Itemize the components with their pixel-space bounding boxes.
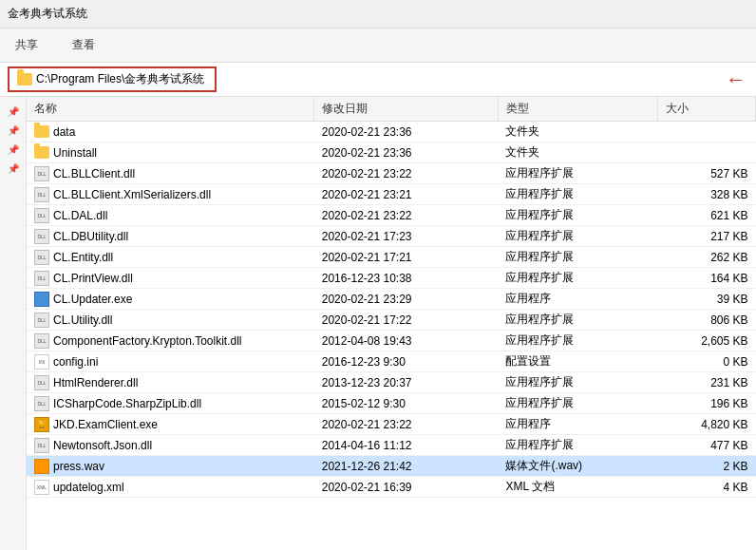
- file-type: 应用程序扩展: [498, 184, 657, 205]
- file-name-text: config.ini: [53, 355, 98, 369]
- file-date: 2013-12-23 20:37: [314, 372, 499, 393]
- address-text: C:\Program Files\金考典考试系统: [36, 71, 204, 87]
- table-row[interactable]: DLL CL.BLLClient.dll 2020-02-21 23:22 应用…: [27, 163, 756, 184]
- file-size: 621 KB: [657, 205, 755, 226]
- file-type: 应用程序扩展: [498, 435, 657, 456]
- file-name-cell: INI config.ini: [27, 351, 314, 372]
- pin-icon-4: 📌: [7, 161, 20, 175]
- table-row[interactable]: XML updatelog.xml 2020-02-21 16:39 XML 文…: [27, 477, 756, 498]
- file-name-cell: DLL CL.DAL.dll: [27, 205, 314, 226]
- address-bar-row: C:\Program Files\金考典考试系统 ←: [0, 63, 756, 97]
- file-name-text: ICSharpCode.SharpZipLib.dll: [53, 397, 201, 410]
- file-size: 477 KB: [657, 435, 755, 456]
- col-header-name[interactable]: 名称: [27, 97, 314, 122]
- file-type: 应用程序扩展: [498, 163, 657, 184]
- file-name-cell: DLL ComponentFactory.Krypton.Toolkit.dll: [27, 331, 314, 351]
- file-type: 媒体文件(.wav): [498, 456, 657, 477]
- file-date: 2021-12-26 21:42: [314, 456, 499, 477]
- file-name-text: ComponentFactory.Krypton.Toolkit.dll: [53, 334, 242, 348]
- file-type: 应用程序: [498, 414, 657, 435]
- file-name-cell: DLL CL.DBUtility.dll: [27, 226, 314, 247]
- table-row[interactable]: DLL CL.DAL.dll 2020-02-21 23:22 应用程序扩展 6…: [27, 205, 756, 226]
- file-type: 应用程序扩展: [498, 247, 657, 268]
- table-row[interactable]: CL.Updater.exe 2020-02-21 23:29 应用程序 39 …: [27, 289, 756, 310]
- file-name-text: CL.Entity.dll: [53, 251, 113, 264]
- file-name-cell: Uninstall: [27, 142, 314, 163]
- file-type: XML 文档: [498, 477, 657, 498]
- file-name-text: CL.DAL.dll: [53, 209, 107, 222]
- file-size: 0 KB: [657, 351, 755, 372]
- file-date: 2016-12-23 9:30: [314, 351, 499, 372]
- file-name-cell: DLL HtmlRenderer.dll: [27, 372, 314, 393]
- file-size: 39 KB: [657, 289, 755, 310]
- file-name-text: CL.Utility.dll: [53, 313, 112, 327]
- file-date: 2014-04-16 11:12: [314, 435, 499, 456]
- file-type: 应用程序扩展: [498, 268, 657, 289]
- title-bar-text: 金考典考试系统: [8, 6, 87, 22]
- col-header-size[interactable]: 大小: [657, 97, 755, 122]
- file-size: 328 KB: [657, 184, 755, 205]
- file-date: 2020-02-21 17:22: [314, 310, 499, 331]
- file-name-cell: XML updatelog.xml: [27, 477, 314, 498]
- file-size: 196 KB: [657, 393, 755, 414]
- file-date: 2016-12-23 10:38: [314, 268, 499, 289]
- table-row[interactable]: DLL CL.Entity.dll 2020-02-21 17:21 应用程序扩…: [27, 247, 756, 268]
- main-layout: 📌 📌 📌 📌 名称 修改日期 类型 大小 data 2020-02-21 23…: [0, 97, 756, 550]
- file-date: 2020-02-21 23:22: [314, 414, 499, 435]
- file-name-cell: DLL CL.Entity.dll: [27, 247, 314, 268]
- sidebar: 📌 📌 📌 📌: [0, 97, 27, 550]
- file-name-cell: DLL CL.Utility.dll: [27, 310, 314, 331]
- file-date: 2015-02-12 9:30: [314, 393, 499, 414]
- table-row[interactable]: DLL CL.DBUtility.dll 2020-02-21 17:23 应用…: [27, 226, 756, 247]
- table-row[interactable]: press.wav 2021-12-26 21:42 媒体文件(.wav) 2 …: [27, 456, 756, 477]
- ribbon-tab-share[interactable]: 共享: [8, 33, 46, 57]
- title-bar: 金考典考试系统: [0, 0, 756, 28]
- file-name-text: CL.PrintView.dll: [53, 272, 133, 285]
- table-row[interactable]: Uninstall 2020-02-21 23:36 文件夹: [27, 142, 756, 163]
- table-row[interactable]: DLL CL.Utility.dll 2020-02-21 17:22 应用程序…: [27, 310, 756, 331]
- file-date: 2020-02-21 23:22: [314, 163, 499, 184]
- table-row[interactable]: DLL CL.PrintView.dll 2016-12-23 10:38 应用…: [27, 268, 756, 289]
- table-row[interactable]: 🏆 JKD.ExamClient.exe 2020-02-21 23:22 应用…: [27, 414, 756, 435]
- file-size: 231 KB: [657, 372, 755, 393]
- file-size: 2,605 KB: [657, 331, 755, 351]
- address-box[interactable]: C:\Program Files\金考典考试系统: [8, 66, 217, 92]
- file-size: 2 KB: [657, 456, 755, 477]
- table-row[interactable]: DLL CL.BLLClient.XmlSerializers.dll 2020…: [27, 184, 756, 205]
- file-date: 2020-02-21 16:39: [314, 477, 499, 498]
- ribbon-tab-view[interactable]: 查看: [65, 33, 103, 57]
- file-name-cell: DLL ICSharpCode.SharpZipLib.dll: [27, 393, 314, 414]
- ribbon: 共享 查看: [0, 28, 756, 63]
- pin-icon-1: 📌: [7, 104, 20, 118]
- pin-icon-3: 📌: [7, 142, 20, 156]
- table-row[interactable]: DLL HtmlRenderer.dll 2013-12-23 20:37 应用…: [27, 372, 756, 393]
- file-date: 2020-02-21 23:29: [314, 289, 499, 310]
- col-header-type[interactable]: 类型: [498, 97, 657, 122]
- file-name-cell: press.wav: [27, 456, 314, 477]
- table-row[interactable]: DLL Newtonsoft.Json.dll 2014-04-16 11:12…: [27, 435, 756, 456]
- table-row[interactable]: INI config.ini 2016-12-23 9:30 配置设置 0 KB: [27, 351, 756, 372]
- file-size: 217 KB: [657, 226, 755, 247]
- file-name-text: updatelog.xml: [53, 481, 124, 494]
- file-name-cell: CL.Updater.exe: [27, 289, 314, 310]
- file-date: 2020-02-21 23:36: [314, 122, 499, 142]
- content-area: 名称 修改日期 类型 大小 data 2020-02-21 23:36 文件夹 …: [27, 97, 756, 550]
- file-name-cell: DLL CL.PrintView.dll: [27, 268, 314, 289]
- file-date: 2020-02-21 23:22: [314, 205, 499, 226]
- table-row[interactable]: DLL ComponentFactory.Krypton.Toolkit.dll…: [27, 331, 756, 351]
- file-name-text: press.wav: [53, 460, 104, 473]
- file-name-cell: DLL Newtonsoft.Json.dll: [27, 435, 314, 456]
- table-row[interactable]: data 2020-02-21 23:36 文件夹: [27, 122, 756, 142]
- file-size: [657, 122, 755, 142]
- col-header-date[interactable]: 修改日期: [314, 97, 499, 122]
- file-name-cell: DLL CL.BLLClient.XmlSerializers.dll: [27, 184, 314, 205]
- folder-icon: [17, 73, 32, 85]
- file-date: 2020-02-21 17:23: [314, 226, 499, 247]
- file-type: 应用程序扩展: [498, 372, 657, 393]
- file-name-text: data: [53, 125, 75, 139]
- file-type: 应用程序扩展: [498, 310, 657, 331]
- red-arrow-icon: ←: [726, 67, 747, 92]
- file-size: 4,820 KB: [657, 414, 755, 435]
- table-row[interactable]: DLL ICSharpCode.SharpZipLib.dll 2015-02-…: [27, 393, 756, 414]
- file-table: 名称 修改日期 类型 大小 data 2020-02-21 23:36 文件夹 …: [27, 97, 756, 498]
